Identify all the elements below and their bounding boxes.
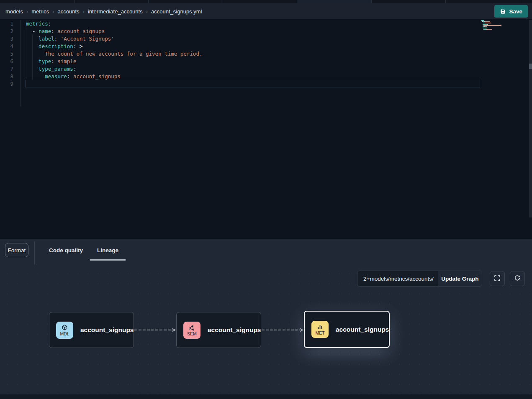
- minimap[interactable]: [481, 20, 507, 31]
- breadcrumb-item[interactable]: intermediate_accounts: [88, 8, 143, 15]
- code-line[interactable]: 9: [0, 80, 202, 88]
- fullscreen-icon: [494, 275, 501, 283]
- semantic-model-icon: [188, 324, 195, 331]
- code-line[interactable]: 6 type: simple: [0, 58, 202, 65]
- line-number: 6: [0, 58, 13, 65]
- line-content: metrics:: [26, 20, 51, 28]
- code-line[interactable]: 2 - name: account_signups: [0, 28, 202, 35]
- cube-badge: MDL: [56, 322, 73, 339]
- line-number: 3: [0, 35, 13, 43]
- line-content: - name: account_signups: [26, 28, 105, 35]
- lineage-node-met[interactable]: METaccount_signups: [304, 311, 390, 348]
- line-number: 1: [0, 20, 13, 28]
- breadcrumb-item[interactable]: models: [5, 8, 23, 15]
- lineage-toolbar: 2+models/metrics/accounts/ Update Graph: [357, 271, 525, 286]
- node-type-label: SEM: [187, 332, 197, 336]
- code-editor[interactable]: 1metrics:2 - name: account_signups3 labe…: [0, 19, 532, 239]
- editor-tab[interactable]: [75, 0, 149, 3]
- format-button[interactable]: Format: [5, 243, 28, 257]
- editor-tab[interactable]: [446, 0, 520, 3]
- chevron-right-icon: ›: [83, 8, 85, 15]
- node-type-label: MDL: [60, 332, 69, 336]
- lineage-selector-input[interactable]: 2+models/metrics/accounts/: [357, 271, 438, 286]
- line-content: description: >: [26, 43, 83, 50]
- editor-tab[interactable]: [223, 0, 298, 3]
- update-graph-button[interactable]: Update Graph: [438, 271, 482, 286]
- metric-bars-icon: [316, 323, 324, 330]
- save-label: Save: [509, 8, 522, 15]
- cube-icon: [61, 324, 68, 331]
- code-line[interactable]: 3 label: 'Account Signups': [0, 35, 202, 43]
- refresh-button[interactable]: [510, 271, 525, 286]
- line-content: measure: account_signups: [26, 73, 121, 80]
- line-content: The count of new accounts for a given ti…: [26, 50, 202, 58]
- line-number: 8: [0, 73, 13, 80]
- code-line[interactable]: 8 measure: account_signups: [0, 73, 202, 80]
- tab-code-quality[interactable]: Code quality: [42, 242, 90, 261]
- panel-tabs: Code qualityLineage: [42, 242, 126, 261]
- breadcrumb-bar: models›metrics›accounts›intermediate_acc…: [0, 3, 532, 19]
- line-content: type: simple: [26, 58, 76, 65]
- editor-scrollbar[interactable]: [529, 20, 532, 217]
- panel-divider: [34, 242, 35, 265]
- ide-root: models›metrics›accounts›intermediate_acc…: [0, 0, 532, 399]
- editor-tab[interactable]: [372, 0, 446, 3]
- floppy-disk-icon: [500, 8, 506, 15]
- line-number: 7: [0, 65, 13, 73]
- fullscreen-button[interactable]: [490, 271, 505, 286]
- selector-group: 2+models/metrics/accounts/ Update Graph: [357, 271, 482, 286]
- code-line[interactable]: 1metrics:: [0, 20, 202, 28]
- line-number: 2: [0, 28, 13, 35]
- tab-lineage[interactable]: Lineage: [90, 242, 126, 261]
- editor-tab-strip: [0, 0, 532, 3]
- node-label: account_signups: [80, 326, 134, 334]
- refresh-icon: [514, 275, 521, 283]
- breadcrumb-item[interactable]: metrics: [31, 8, 49, 15]
- lineage-canvas[interactable]: 2+models/metrics/accounts/ Update Graph: [0, 266, 532, 395]
- bottom-panel: Format Code qualityLineage 2+models/metr…: [0, 239, 532, 399]
- semantic-model-badge: SEM: [183, 322, 200, 339]
- node-label: account_signups: [336, 326, 389, 333]
- editor-tab[interactable]: [0, 0, 75, 3]
- breadcrumb: models›metrics›accounts›intermediate_acc…: [5, 8, 202, 15]
- breadcrumb-item[interactable]: account_signups.yml: [151, 8, 202, 15]
- code-line[interactable]: 5 The count of new accounts for a given …: [0, 50, 202, 58]
- lineage-node-sem[interactable]: SEMaccount_signups: [176, 312, 261, 348]
- node-type-label: MET: [315, 331, 324, 335]
- line-number: 5: [0, 50, 13, 58]
- code-line[interactable]: 7 type_params:: [0, 65, 202, 73]
- code-line[interactable]: 4 description: >: [0, 43, 202, 50]
- line-content: type_params:: [26, 65, 76, 73]
- chevron-right-icon: ›: [146, 8, 148, 15]
- lineage-node-mdl[interactable]: MDLaccount_signups: [49, 312, 134, 348]
- editor-tab[interactable]: [297, 0, 372, 3]
- chevron-right-icon: ›: [26, 8, 28, 15]
- line-content: label: 'Account Signups': [26, 35, 114, 43]
- tab-strip-filler: [520, 0, 532, 3]
- editor-tab[interactable]: [149, 0, 223, 3]
- line-number: 9: [0, 80, 13, 88]
- code-lines[interactable]: 1metrics:2 - name: account_signups3 labe…: [0, 20, 202, 88]
- node-label: account_signups: [208, 326, 261, 334]
- chevron-right-icon: ›: [52, 8, 54, 15]
- line-number: 4: [0, 43, 13, 50]
- footer-strip: [0, 394, 532, 399]
- metric-bars-badge: MET: [311, 321, 329, 338]
- scrollbar-thumb[interactable]: [529, 64, 532, 69]
- breadcrumb-item[interactable]: accounts: [58, 8, 80, 15]
- save-button[interactable]: Save: [494, 5, 528, 18]
